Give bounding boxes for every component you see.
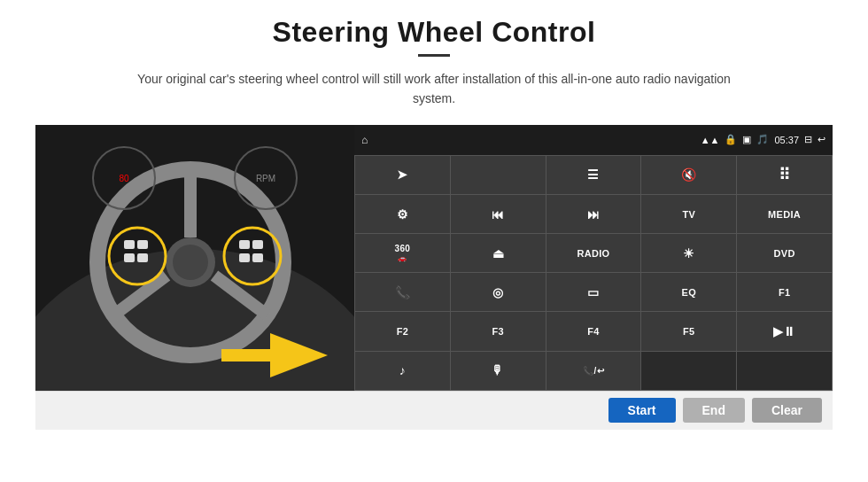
btn-eq[interactable]: EQ (641, 273, 736, 311)
content-row: 80 RPM ⌂ ▲▲ 🔒 ▣ 🎵 05:37 ⊟ ↩ (35, 125, 833, 391)
btn-next[interactable]: ⏭ (546, 195, 641, 233)
btn-f2[interactable]: F2 (355, 312, 450, 350)
svg-text:80: 80 (119, 174, 129, 183)
btn-mode[interactable] (451, 156, 546, 194)
status-bar: ⌂ ▲▲ 🔒 ▣ 🎵 05:37 ⊟ ↩ (354, 125, 833, 155)
btn-eject[interactable]: ⏏ (451, 234, 546, 272)
svg-rect-15 (252, 240, 263, 249)
status-left: ⌂ (361, 134, 368, 146)
btn-settings[interactable]: ⚙ (355, 195, 450, 233)
btn-apps[interactable]: ⠿ (737, 156, 832, 194)
page-container: Steering Wheel Control Your original car… (0, 0, 868, 482)
btn-empty2 (737, 352, 832, 390)
start-button[interactable]: Start (608, 398, 676, 423)
btn-screen[interactable]: ▭ (546, 273, 641, 311)
page-subtitle: Your original car's steering wheel contr… (133, 69, 735, 109)
btn-list[interactable]: ☰ (546, 156, 641, 194)
action-bar: Start End Clear (35, 391, 833, 430)
button-grid: ➤ ☰ 🔇 ⠿ ⚙ ⏮ ⏭ TV MEDIA 360🚗 ⏏ RADIO ☀ DV… (354, 155, 833, 391)
btn-music[interactable]: ♪ (355, 352, 450, 390)
btn-empty1 (641, 352, 736, 390)
svg-rect-12 (124, 253, 135, 262)
svg-rect-17 (252, 253, 263, 262)
clear-button[interactable]: Clear (752, 398, 822, 423)
end-button[interactable]: End (683, 398, 745, 423)
btn-dvd[interactable]: DVD (737, 234, 832, 272)
btn-360[interactable]: 360🚗 (355, 234, 450, 272)
btn-mute[interactable]: 🔇 (641, 156, 736, 194)
back-icon[interactable]: ↩ (818, 134, 825, 145)
svg-rect-14 (239, 240, 250, 249)
svg-text:RPM: RPM (256, 174, 275, 183)
btn-f1[interactable]: F1 (737, 273, 832, 311)
btn-media[interactable]: MEDIA (737, 195, 832, 233)
bt-icon: 🎵 (756, 134, 769, 145)
btn-brightness[interactable]: ☀ (641, 234, 736, 272)
btn-mic[interactable]: 🎙 (451, 352, 546, 390)
btn-nav2[interactable]: ◎ (451, 273, 546, 311)
svg-rect-19 (221, 349, 275, 362)
btn-playpause[interactable]: ▶⏸ (737, 312, 832, 350)
btn-nav[interactable]: ➤ (355, 156, 450, 194)
wifi-icon: ▲▲ (701, 135, 720, 145)
sd-icon: ▣ (742, 134, 751, 145)
svg-rect-11 (137, 240, 148, 249)
wheel-svg: 80 RPM (35, 125, 354, 391)
svg-rect-16 (239, 253, 250, 262)
wheel-image: 80 RPM (35, 125, 354, 391)
lock-icon: 🔒 (725, 134, 737, 145)
btn-f5[interactable]: F5 (641, 312, 736, 350)
time-display: 05:37 (774, 135, 799, 145)
btn-f3[interactable]: F3 (451, 312, 546, 350)
status-right: ▲▲ 🔒 ▣ 🎵 05:37 ⊟ ↩ (701, 134, 825, 145)
btn-prev[interactable]: ⏮ (451, 195, 546, 233)
screen-icon: ⊟ (804, 134, 812, 145)
btn-f4[interactable]: F4 (546, 312, 641, 350)
svg-point-4 (173, 245, 208, 280)
control-panel: ⌂ ▲▲ 🔒 ▣ 🎵 05:37 ⊟ ↩ ➤ ☰ 🔇 ⠿ (354, 125, 833, 391)
svg-rect-13 (137, 253, 148, 262)
btn-phone[interactable]: 📞 (355, 273, 450, 311)
btn-tv[interactable]: TV (641, 195, 736, 233)
btn-call-end[interactable]: 📞/↩ (546, 352, 641, 390)
btn-radio[interactable]: RADIO (546, 234, 641, 272)
svg-rect-10 (124, 240, 135, 249)
home-icon[interactable]: ⌂ (361, 134, 368, 146)
page-title: Steering Wheel Control (273, 16, 596, 49)
title-divider (418, 54, 450, 57)
